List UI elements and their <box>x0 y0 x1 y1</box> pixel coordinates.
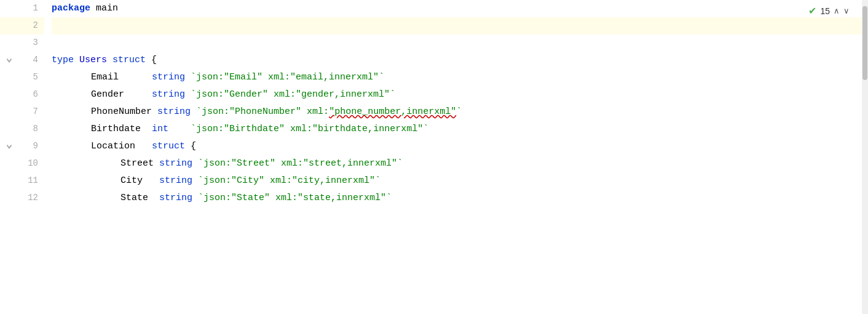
code-line-10: Street string `json:"Street" xml:"street… <box>52 155 868 172</box>
code-line-11: City string `json:"City" xml:"city,inner… <box>52 172 868 190</box>
code-line-9: Location struct { <box>52 138 868 155</box>
code-line-12: State string `json:"State" xml:"state,in… <box>52 190 868 207</box>
line-number-2: 2 <box>0 17 44 34</box>
code-line-2 <box>52 17 868 34</box>
token-main: main <box>90 1 118 15</box>
line-number-4: 4 <box>0 52 44 69</box>
line-number-5: 5 <box>0 69 44 86</box>
token-phone-xml: "phone_number,innerxml" <box>329 105 456 119</box>
scrollbar-thumb[interactable] <box>862 6 867 80</box>
token-type-kw: type <box>52 53 74 67</box>
code-lines: package main type Users struct { Email s… <box>44 0 868 207</box>
editor: ✔ 15 ∧ ∨ 1 2 3 4 <box>0 0 868 314</box>
code-line-5: Email string `json:"Email" xml:"email,in… <box>52 69 868 86</box>
line-number-10: 10 <box>0 155 44 172</box>
token-struct-kw: struct <box>112 53 146 67</box>
line-number-9: 9 <box>0 138 44 155</box>
code-line-1: package main <box>52 0 868 17</box>
line-gutter: 1 2 3 4 5 6 <box>0 0 44 314</box>
line-numbers: 1 2 3 4 5 6 <box>0 0 44 207</box>
code-line-3 <box>52 34 868 52</box>
fold-icon-4[interactable] <box>5 56 14 65</box>
code-line-6: Gender string `json:"Gender" xml:"gender… <box>52 86 868 103</box>
fold-icon-9[interactable] <box>5 142 14 151</box>
code-line-4: type Users struct { <box>52 52 868 69</box>
code-line-7: PhoneNumber string `json:"PhoneNumber" x… <box>52 103 868 121</box>
line-number-12: 12 <box>0 190 44 207</box>
line-number-11: 11 <box>0 172 44 190</box>
line-number-7: 7 <box>0 103 44 121</box>
line-number-3: 3 <box>0 34 44 52</box>
token-package: package <box>52 1 90 15</box>
line-number-1: 1 <box>0 0 44 17</box>
scrollbar[interactable] <box>862 0 868 314</box>
token-users: Users <box>79 53 107 67</box>
line-number-6: 6 <box>0 86 44 103</box>
line-number-8: 8 <box>0 121 44 138</box>
code-area[interactable]: package main type Users struct { Email s… <box>44 0 868 314</box>
code-line-8: Birthdate int `json:"Birthdate" xml:"bir… <box>52 121 868 138</box>
